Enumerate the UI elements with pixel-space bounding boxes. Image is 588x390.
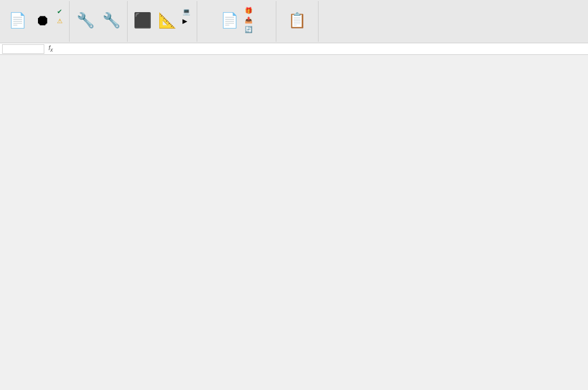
insert-icon: ⬛ <box>133 12 152 29</box>
macros-icon: ⏺ <box>35 12 50 29</box>
export-button[interactable]: 📤 <box>243 16 256 24</box>
refresh-data-button[interactable]: 🔄 <box>243 25 256 34</box>
source-button[interactable]: 📄 <box>217 3 242 37</box>
source-icon: 📄 <box>220 12 239 29</box>
document-panel-button[interactable]: 📋 <box>285 3 310 37</box>
add-ins-icon: 🔧 <box>76 12 95 29</box>
macro-security-icon: ⚠ <box>57 17 63 25</box>
expansion-packs-button[interactable]: 🎁 <box>243 6 256 15</box>
refresh-data-icon: 🔄 <box>245 26 253 33</box>
com-add-ins-icon: 🔧 <box>102 12 121 29</box>
visual-basic-button[interactable]: 📄 <box>5 3 30 37</box>
macros-button[interactable]: ⏺ <box>31 3 54 37</box>
visual-basic-icon: 📄 <box>8 12 27 29</box>
design-mode-icon: 📐 <box>158 12 177 29</box>
run-dialog-button[interactable]: ▶ <box>181 17 194 25</box>
add-ins-button[interactable]: 🔧 <box>73 3 98 37</box>
relative-ref-icon: ✔ <box>57 8 62 15</box>
run-dialog-icon: ▶ <box>182 17 187 25</box>
view-code-button[interactable]: 💻 <box>181 7 194 16</box>
expansion-packs-icon: 🎁 <box>245 7 253 14</box>
insert-button[interactable]: ⬛ <box>131 3 154 37</box>
macro-security-button[interactable]: ⚠ <box>55 17 66 25</box>
com-add-ins-button[interactable]: 🔧 <box>99 3 124 37</box>
formula-bar: fx <box>0 43 588 55</box>
design-mode-button[interactable]: 📐 <box>155 3 180 37</box>
cell-ref-input[interactable] <box>2 44 44 54</box>
use-relative-references-button[interactable]: ✔ <box>55 7 66 16</box>
spreadsheet-container <box>0 55 588 375</box>
formula-icon: fx <box>49 44 53 53</box>
export-icon: 📤 <box>245 16 253 24</box>
ribbon: 📄 ⏺ ✔ ⚠ <box>0 0 588 55</box>
document-panel-icon: 📋 <box>288 12 306 29</box>
view-code-icon: 💻 <box>182 8 190 15</box>
